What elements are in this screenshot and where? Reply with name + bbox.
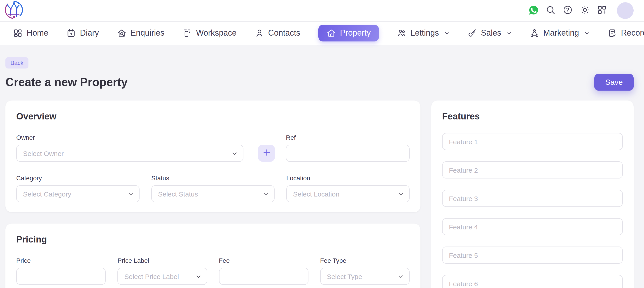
nav-label: Marketing xyxy=(543,28,579,38)
features-title: Features xyxy=(442,111,623,121)
fee-type-select[interactable]: Select Type xyxy=(320,268,410,285)
form-column: Overview Owner Select Owner xyxy=(6,101,420,288)
price-label-select-placeholder: Select Price Label xyxy=(124,273,179,280)
brand-logo-icon[interactable] xyxy=(4,0,24,22)
fee-type-field-group: Fee Type Select Type xyxy=(320,257,410,285)
nav-label: Records xyxy=(621,28,644,38)
location-select[interactable]: Select Location xyxy=(286,185,410,202)
nav-label: Sales xyxy=(481,28,501,38)
feature-1-input[interactable] xyxy=(442,133,623,150)
add-owner-button[interactable] xyxy=(258,145,275,162)
people-icon xyxy=(397,28,406,38)
house-search-icon xyxy=(117,28,126,38)
chevron-down-icon xyxy=(263,191,269,197)
ref-label: Ref xyxy=(286,134,410,141)
file-check-icon xyxy=(608,28,617,38)
chevron-down-icon xyxy=(398,191,404,197)
house-icon xyxy=(326,28,336,38)
chevron-down-icon xyxy=(128,191,134,197)
feature-3-input[interactable] xyxy=(442,190,623,207)
status-select-placeholder: Select Status xyxy=(158,190,198,198)
features-column: Features xyxy=(431,101,634,288)
features-card: Features xyxy=(431,101,634,288)
save-button[interactable]: Save xyxy=(594,74,634,91)
chevron-down-icon xyxy=(398,273,404,279)
nav-item-marketing[interactable]: Marketing xyxy=(530,28,589,38)
chevron-down-icon xyxy=(444,31,449,36)
status-select[interactable]: Select Status xyxy=(151,185,274,202)
category-field-group: Category Select Category xyxy=(16,174,140,202)
nav-item-lettings[interactable]: Lettings xyxy=(397,28,449,38)
user-avatar[interactable] xyxy=(617,2,634,19)
nav-item-workspace[interactable]: Workspace xyxy=(182,28,236,38)
search-button[interactable] xyxy=(544,4,557,17)
category-select-placeholder: Select Category xyxy=(23,190,71,198)
ref-input[interactable] xyxy=(286,145,410,162)
nav-label: Enquiries xyxy=(130,28,164,38)
status-label: Status xyxy=(151,174,274,182)
person-icon xyxy=(255,28,264,38)
pricing-row: Price Price Label Select Price Label xyxy=(16,257,410,285)
owner-label: Owner xyxy=(16,134,244,141)
category-label: Category xyxy=(16,174,140,182)
nav-item-contacts[interactable]: Contacts xyxy=(255,28,300,38)
fee-input[interactable] xyxy=(219,268,308,285)
nav-item-home[interactable]: Home xyxy=(13,28,48,38)
feature-4-input[interactable] xyxy=(442,218,623,235)
ref-field-group: Ref xyxy=(286,134,410,162)
dashboard-icon xyxy=(13,28,22,38)
chevron-down-icon xyxy=(232,150,238,156)
feature-2-input[interactable] xyxy=(442,161,623,178)
page-content: Back Create a new Property Save Overview… xyxy=(0,45,644,288)
status-field-group: Status Select Status xyxy=(151,174,274,202)
fee-type-select-placeholder: Select Type xyxy=(327,273,362,280)
brightness-button[interactable] xyxy=(578,4,592,17)
apps-add-icon xyxy=(597,5,607,16)
app-window: Home Diary Enquiries xyxy=(0,0,644,288)
plus-icon xyxy=(262,148,271,159)
fee-label: Fee xyxy=(219,257,308,264)
overview-row-1: Owner Select Owner xyxy=(16,134,410,162)
nav-label: Diary xyxy=(80,28,99,38)
back-button[interactable]: Back xyxy=(6,57,28,69)
nav-label: Home xyxy=(27,28,48,38)
nav-item-diary[interactable]: Diary xyxy=(66,28,99,38)
category-select[interactable]: Select Category xyxy=(16,185,140,202)
price-input[interactable] xyxy=(16,268,106,285)
nav-item-property[interactable]: Property xyxy=(318,25,379,41)
owner-field-group: Owner Select Owner xyxy=(16,134,244,162)
nav-item-sales[interactable]: Sales xyxy=(468,28,512,38)
whatsapp-button[interactable] xyxy=(526,4,540,17)
nav-label: Workspace xyxy=(196,28,236,38)
key-icon xyxy=(468,28,477,38)
feature-5-input[interactable] xyxy=(442,247,623,264)
price-field-group: Price xyxy=(16,257,106,285)
overview-card: Overview Owner Select Owner xyxy=(6,101,420,212)
nav-item-enquiries[interactable]: Enquiries xyxy=(117,28,164,38)
feature-6-input[interactable] xyxy=(442,275,623,288)
fee-field-group: Fee xyxy=(219,257,308,285)
price-label-field-group: Price Label Select Price Label xyxy=(118,257,207,285)
brightness-icon xyxy=(580,5,590,16)
apps-add-button[interactable] xyxy=(595,4,609,17)
main-nav: Home Diary Enquiries xyxy=(0,22,644,45)
nav-item-records[interactable]: Records xyxy=(608,28,644,38)
price-label-select[interactable]: Select Price Label xyxy=(118,268,207,285)
share-nodes-icon xyxy=(530,28,539,38)
help-button[interactable] xyxy=(561,4,574,17)
topbar-actions xyxy=(526,2,634,19)
chevron-down-icon xyxy=(584,31,589,36)
location-select-placeholder: Select Location xyxy=(293,190,340,198)
overview-title: Overview xyxy=(16,111,410,121)
features-list xyxy=(442,133,623,288)
owner-select[interactable]: Select Owner xyxy=(16,145,244,162)
search-icon xyxy=(546,5,556,16)
chevron-down-icon xyxy=(195,273,201,279)
owner-select-placeholder: Select Owner xyxy=(23,149,64,157)
pricing-card: Pricing Price Price Label Select Price L… xyxy=(6,224,420,288)
page-header: Create a new Property Save xyxy=(6,74,634,91)
help-icon xyxy=(563,5,573,16)
nav-label: Property xyxy=(340,28,371,38)
overview-row-2: Category Select Category Status xyxy=(16,174,410,202)
nav-label: Contacts xyxy=(268,28,300,38)
